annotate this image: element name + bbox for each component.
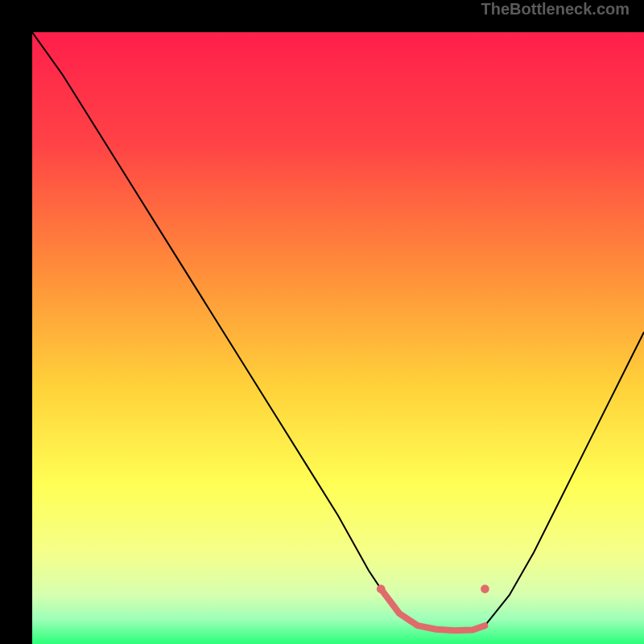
curve-layer (32, 32, 644, 644)
markers (377, 584, 489, 593)
plot-area (32, 32, 644, 644)
bottleneck-curve (32, 32, 644, 630)
chart-frame (16, 16, 628, 628)
optimal-band (381, 589, 485, 631)
watermark: TheBottleneck.com (481, 0, 630, 19)
optimal-end (481, 584, 489, 593)
optimal-start (377, 584, 386, 593)
